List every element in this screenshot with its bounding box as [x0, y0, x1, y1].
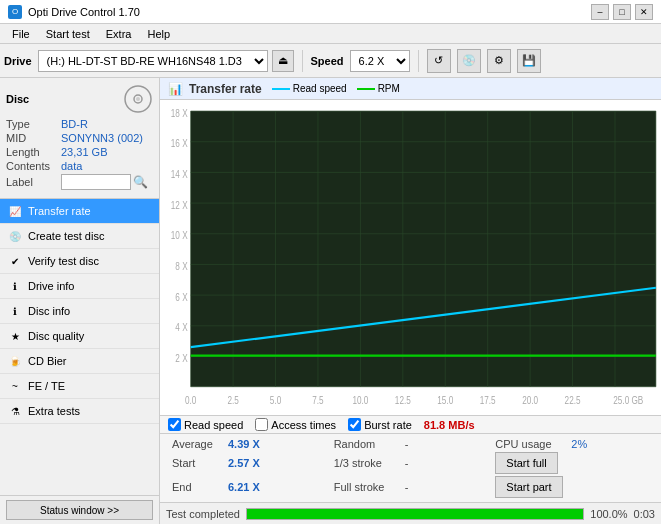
read-speed-checkbox-label: Read speed — [184, 419, 243, 431]
disc-length-label: Length — [6, 146, 61, 158]
content-area: 📊 Transfer rate Read speed RPM — [160, 78, 661, 524]
nav-item-disc-quality[interactable]: ★ Disc quality — [0, 324, 159, 349]
stats-stroke2-col: Full stroke - — [330, 480, 492, 494]
app-icon: O — [8, 5, 22, 19]
start-full-button[interactable]: Start full — [495, 452, 557, 474]
disc-type-label: Type — [6, 118, 61, 130]
sidebar: Disc Type BD-R MID SONYNN3 (002) Length … — [0, 78, 160, 524]
toolbar-separator-2 — [418, 50, 419, 72]
svg-text:10 X: 10 X — [171, 229, 188, 242]
main-area: Disc Type BD-R MID SONYNN3 (002) Length … — [0, 78, 661, 524]
svg-text:14 X: 14 X — [171, 168, 188, 181]
disc-contents-row: Contents data — [6, 160, 153, 172]
nav-item-verify-test-disc[interactable]: ✔ Verify test disc — [0, 249, 159, 274]
stats-average-col: Average 4.39 X — [168, 437, 330, 451]
legend-read-speed-label: Read speed — [293, 83, 347, 94]
disc-header: Disc — [6, 84, 153, 114]
toolbar-separator — [302, 50, 303, 72]
disc-length-value: 23,31 GB — [61, 146, 107, 158]
nav-item-disc-info[interactable]: ℹ Disc info — [0, 299, 159, 324]
svg-text:0.0: 0.0 — [185, 393, 197, 406]
label-edit-icon[interactable]: 🔍 — [133, 175, 148, 189]
svg-text:2 X: 2 X — [175, 352, 188, 365]
stats-row-1: Average 4.39 X Random - CPU usage 2% — [168, 437, 653, 451]
burst-rate-value: 81.8 MB/s — [424, 419, 475, 431]
read-speed-checkbox-item: Read speed — [168, 418, 243, 431]
menu-start-test[interactable]: Start test — [38, 26, 98, 42]
svg-text:25.0 GB: 25.0 GB — [613, 393, 643, 406]
menu-extra[interactable]: Extra — [98, 26, 140, 42]
app-title: Opti Drive Control 1.70 — [28, 6, 140, 18]
stats-start-label: Start — [172, 457, 222, 469]
stats-cpu-col: CPU usage 2% — [491, 437, 653, 451]
nav-item-drive-info[interactable]: ℹ Drive info — [0, 274, 159, 299]
transfer-rate-icon: 📈 — [8, 204, 22, 218]
disc-type-value: BD-R — [61, 118, 88, 130]
maximize-button[interactable]: □ — [613, 4, 631, 20]
svg-text:18 X: 18 X — [171, 106, 188, 119]
progress-bar-inner — [247, 509, 583, 519]
nav-item-create-test-disc[interactable]: 💿 Create test disc — [0, 224, 159, 249]
start-part-button[interactable]: Start part — [495, 476, 562, 498]
refresh-button[interactable]: ↺ — [427, 49, 451, 73]
disc-contents-label: Contents — [6, 160, 61, 172]
nav-label-drive-info: Drive info — [28, 280, 74, 292]
stats-average-value: 4.39 X — [228, 438, 268, 450]
stats-stroke1-value: - — [405, 457, 409, 469]
disc-mid-row: MID SONYNN3 (002) — [6, 132, 153, 144]
close-button[interactable]: ✕ — [635, 4, 653, 20]
stats-row-3: End 6.21 X Full stroke - Start part — [168, 475, 653, 499]
nav-label-transfer-rate: Transfer rate — [28, 205, 91, 217]
save-button[interactable]: 💾 — [517, 49, 541, 73]
fe-te-icon: ~ — [8, 379, 22, 393]
burst-rate-checkbox-label: Burst rate — [364, 419, 412, 431]
access-times-checkbox[interactable] — [255, 418, 268, 431]
svg-text:20.0: 20.0 — [522, 393, 538, 406]
disc-title: Disc — [6, 93, 29, 105]
nav-label-verify-test-disc: Verify test disc — [28, 255, 99, 267]
nav-item-cd-bier[interactable]: 🍺 CD Bier — [0, 349, 159, 374]
disc-mid-value: SONYNN3 (002) — [61, 132, 143, 144]
disc-panel: Disc Type BD-R MID SONYNN3 (002) Length … — [0, 78, 159, 199]
eject-button[interactable]: ⏏ — [272, 50, 294, 72]
legend-rpm: RPM — [357, 83, 400, 94]
progress-percent-text: 100.0% — [590, 508, 627, 520]
svg-text:7.5: 7.5 — [312, 393, 324, 406]
stats-cpu-value: 2% — [571, 438, 587, 450]
nav-label-extra-tests: Extra tests — [28, 405, 80, 417]
menu-help[interactable]: Help — [139, 26, 178, 42]
svg-text:22.5: 22.5 — [565, 393, 581, 406]
disc-button[interactable]: 💿 — [457, 49, 481, 73]
disc-label-input[interactable] — [61, 174, 131, 190]
settings-button[interactable]: ⚙ — [487, 49, 511, 73]
status-window-button[interactable]: Status window >> — [6, 500, 153, 520]
disc-label-row: Label 🔍 — [6, 174, 153, 190]
toolbar: Drive (H:) HL-DT-ST BD-RE WH16NS48 1.D3 … — [0, 44, 661, 78]
access-times-checkbox-item: Access times — [255, 418, 336, 431]
menu-file[interactable]: File — [4, 26, 38, 42]
drive-dropdown[interactable]: (H:) HL-DT-ST BD-RE WH16NS48 1.D3 — [38, 50, 268, 72]
progress-time-text: 0:03 — [634, 508, 655, 520]
cd-bier-icon: 🍺 — [8, 354, 22, 368]
stats-start-full-col: Start full — [491, 451, 653, 475]
legend-rpm-color — [357, 88, 375, 90]
speed-dropdown[interactable]: 6.2 X — [350, 50, 410, 72]
svg-text:12.5: 12.5 — [395, 393, 411, 406]
disc-quality-icon: ★ — [8, 329, 22, 343]
access-times-checkbox-label: Access times — [271, 419, 336, 431]
nav-item-transfer-rate[interactable]: 📈 Transfer rate — [0, 199, 159, 224]
nav-item-extra-tests[interactable]: ⚗ Extra tests — [0, 399, 159, 424]
stats-random-label: Random — [334, 438, 399, 450]
minimize-button[interactable]: – — [591, 4, 609, 20]
checkbox-row: Read speed Access times Burst rate 81.8 … — [160, 415, 661, 433]
svg-point-2 — [136, 97, 140, 101]
burst-rate-checkbox[interactable] — [348, 418, 361, 431]
nav-item-fe-te[interactable]: ~ FE / TE — [0, 374, 159, 399]
read-speed-checkbox[interactable] — [168, 418, 181, 431]
chart-svg: 18 X 16 X 14 X 12 X 10 X 8 X 6 X 4 X 2 X… — [160, 104, 661, 415]
svg-text:17.5: 17.5 — [480, 393, 496, 406]
legend-read-speed: Read speed — [272, 83, 347, 94]
nav-label-disc-quality: Disc quality — [28, 330, 84, 342]
disc-contents-value: data — [61, 160, 82, 172]
title-bar: O Opti Drive Control 1.70 – □ ✕ — [0, 0, 661, 24]
